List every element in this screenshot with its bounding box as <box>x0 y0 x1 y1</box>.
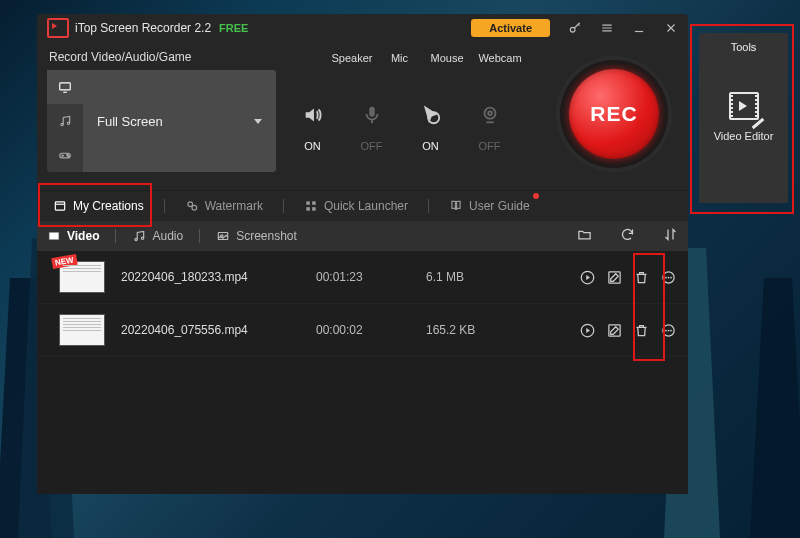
file-duration: 00:01:23 <box>316 270 426 284</box>
svg-point-13 <box>192 205 197 210</box>
title-bar: iTop Screen Recorder 2.2 FREE Activate <box>37 14 688 42</box>
record-button[interactable]: REC <box>560 60 668 168</box>
nav-watermark[interactable]: Watermark <box>179 195 269 217</box>
video-editor-tool[interactable]: Video Editor <box>709 65 779 169</box>
nav-quick-launcher[interactable]: Quick Launcher <box>298 195 414 217</box>
close-button[interactable] <box>664 21 678 35</box>
record-options: Record Video/Audio/Game Speaker Mic Mous… <box>37 42 688 184</box>
nav-my-creations-label: My Creations <box>73 199 144 213</box>
region-select-label: Full Screen <box>97 114 163 129</box>
svg-point-9 <box>484 108 495 119</box>
more-button[interactable] <box>661 270 676 285</box>
svg-rect-15 <box>312 201 316 205</box>
svg-point-37 <box>670 329 672 331</box>
app-logo-icon <box>47 18 69 38</box>
play-button[interactable] <box>580 323 595 338</box>
mic-icon <box>361 90 383 140</box>
notification-dot-icon <box>533 193 539 199</box>
nav-user-guide[interactable]: User Guide <box>443 195 536 217</box>
svg-point-3 <box>67 122 69 124</box>
app-title: iTop Screen Recorder 2.2 <box>75 21 211 35</box>
open-folder-button[interactable] <box>577 227 592 245</box>
region-select[interactable]: Full Screen <box>83 70 276 172</box>
play-button[interactable] <box>580 270 595 285</box>
nav-user-guide-label: User Guide <box>469 199 530 213</box>
file-thumbnail <box>59 314 105 346</box>
file-size: 6.1 MB <box>426 270 526 284</box>
webcam-label: Webcam <box>472 52 528 64</box>
toggle-mic[interactable]: OFF <box>349 70 394 172</box>
key-icon[interactable] <box>568 21 582 35</box>
subtab-audio-label: Audio <box>152 229 183 243</box>
nav-quick-launcher-label: Quick Launcher <box>324 199 408 213</box>
toggle-speaker[interactable]: ON <box>290 70 335 172</box>
minimize-button[interactable] <box>632 21 646 35</box>
toggle-webcam[interactable]: OFF <box>467 70 512 172</box>
svg-point-12 <box>188 202 193 207</box>
tools-panel-title: Tools <box>731 41 757 53</box>
source-type-tabs <box>47 70 83 172</box>
file-thumbnail: NEW <box>59 261 105 293</box>
subtab-screenshot[interactable]: Screenshot <box>216 229 297 243</box>
refresh-button[interactable] <box>620 227 635 245</box>
svg-point-10 <box>488 111 492 115</box>
svg-point-21 <box>142 237 144 239</box>
more-button[interactable] <box>661 323 676 338</box>
sort-button[interactable] <box>663 227 678 245</box>
delete-button[interactable] <box>634 323 649 338</box>
subtab-audio[interactable]: Audio <box>132 229 183 243</box>
file-name: 20220406_075556.mp4 <box>121 323 316 337</box>
toggle-mouse[interactable]: ON <box>408 70 453 172</box>
subtab-divider <box>199 229 200 243</box>
cursor-icon <box>420 90 442 140</box>
file-size: 165.2 KB <box>426 323 526 337</box>
speaker-state: ON <box>304 140 321 152</box>
subtab-divider <box>115 229 116 243</box>
svg-marker-32 <box>586 328 590 333</box>
source-screen[interactable] <box>47 70 83 104</box>
subtab-screenshot-label: Screenshot <box>236 229 297 243</box>
file-row[interactable]: 20220406_075556.mp4 00:00:02 165.2 KB <box>37 304 688 357</box>
svg-point-20 <box>135 238 137 240</box>
edit-button[interactable] <box>607 270 622 285</box>
chevron-down-icon <box>254 119 262 124</box>
free-badge: FREE <box>219 22 248 34</box>
file-duration: 00:00:02 <box>316 323 426 337</box>
video-editor-label: Video Editor <box>714 130 774 142</box>
svg-point-35 <box>665 329 667 331</box>
menu-icon[interactable] <box>600 21 614 35</box>
svg-rect-17 <box>312 207 316 211</box>
device-labels: Speaker Mic Mouse Webcam <box>327 52 528 64</box>
nav-divider <box>164 199 165 213</box>
edit-button[interactable] <box>607 323 622 338</box>
mouse-state: ON <box>422 140 439 152</box>
speaker-icon <box>302 90 324 140</box>
svg-rect-7 <box>369 107 375 117</box>
source-audio[interactable] <box>47 104 83 138</box>
section-nav: My Creations Watermark Quick Launcher Us… <box>37 190 688 221</box>
svg-rect-16 <box>306 207 310 211</box>
delete-button[interactable] <box>634 270 649 285</box>
mic-label: Mic <box>377 52 422 64</box>
nav-divider <box>283 199 284 213</box>
svg-marker-25 <box>586 275 590 280</box>
file-list: NEW 20220406_180233.mp4 00:01:23 6.1 MB … <box>37 251 688 494</box>
app-window: iTop Screen Recorder 2.2 FREE Activate R… <box>37 14 688 494</box>
source-game[interactable] <box>47 138 83 172</box>
subtab-video[interactable]: Video <box>47 229 99 243</box>
mouse-label: Mouse <box>422 52 472 64</box>
nav-my-creations[interactable]: My Creations <box>47 195 150 217</box>
creations-subtabs: Video Audio Screenshot <box>37 221 688 251</box>
file-name: 20220406_180233.mp4 <box>121 270 316 284</box>
svg-rect-11 <box>55 202 64 210</box>
svg-point-30 <box>670 276 672 278</box>
nav-watermark-label: Watermark <box>205 199 263 213</box>
nav-divider <box>428 199 429 213</box>
svg-point-2 <box>61 123 63 125</box>
file-row[interactable]: NEW 20220406_180233.mp4 00:01:23 6.1 MB <box>37 251 688 304</box>
background-tree <box>750 278 800 538</box>
subtab-video-label: Video <box>67 229 99 243</box>
webcam-state: OFF <box>479 140 501 152</box>
activate-button[interactable]: Activate <box>471 19 550 37</box>
webcam-icon <box>479 90 501 140</box>
